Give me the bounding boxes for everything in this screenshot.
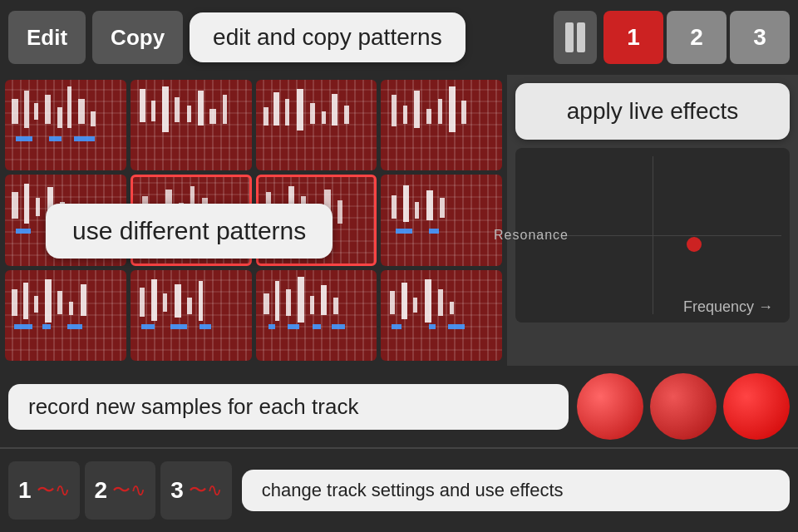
track-wave-1: 〜∿ (37, 478, 70, 503)
top-bar: Edit Copy edit and copy patterns 1 2 3 (0, 0, 798, 75)
track-item-2[interactable]: 2 〜∿ (85, 461, 156, 520)
svg-rect-80 (200, 324, 211, 329)
track-item-3[interactable]: 3 〜∿ (160, 461, 232, 520)
cell-content-1 (7, 82, 124, 168)
svg-rect-85 (310, 296, 314, 314)
pattern-cell-12[interactable] (381, 270, 502, 361)
edit-button[interactable]: Edit (8, 11, 86, 64)
svg-rect-98 (392, 324, 401, 329)
track-button-1[interactable]: 1 (603, 11, 663, 64)
svg-rect-17 (209, 109, 216, 124)
pattern-cell-4[interactable] (381, 80, 502, 170)
pattern-grid: use different patterns (0, 75, 507, 366)
bottom-area: record new samples for each track 1 〜∿ 2… (0, 366, 798, 532)
pattern-cell-9[interactable] (5, 270, 126, 361)
track-wave-3: 〜∿ (189, 478, 222, 503)
svg-rect-83 (286, 289, 291, 316)
pattern-cell-8[interactable] (381, 175, 502, 265)
pause-button[interactable] (554, 11, 597, 64)
svg-rect-9 (49, 136, 62, 141)
svg-rect-59 (440, 198, 445, 218)
svg-rect-71 (67, 324, 82, 329)
svg-rect-76 (187, 298, 192, 314)
record-button-2[interactable] (650, 373, 717, 440)
svg-rect-13 (162, 86, 169, 132)
svg-rect-93 (401, 283, 407, 319)
svg-rect-33 (461, 101, 466, 124)
svg-rect-6 (78, 99, 85, 124)
x-axis-label: Frequency → (683, 298, 773, 316)
xy-pad[interactable]: Resonance Frequency → (515, 148, 790, 323)
cell-content-3 (259, 82, 375, 168)
svg-rect-100 (448, 324, 465, 329)
svg-rect-65 (45, 279, 52, 323)
svg-rect-86 (321, 285, 327, 315)
track-item-1[interactable]: 1 〜∿ (8, 461, 80, 520)
svg-rect-88 (268, 324, 275, 329)
pattern-cell-1[interactable] (5, 80, 126, 170)
svg-rect-89 (288, 324, 299, 329)
pattern-cell-3[interactable] (256, 80, 377, 170)
svg-rect-3 (45, 95, 51, 124)
pause-bar-2 (577, 22, 585, 52)
cell-content-11 (259, 273, 375, 358)
svg-rect-68 (81, 284, 86, 316)
track-button-2[interactable]: 2 (667, 11, 727, 64)
svg-rect-0 (12, 99, 18, 124)
pause-bar-1 (565, 22, 574, 52)
cell-content-4 (383, 82, 500, 168)
svg-rect-27 (392, 95, 397, 126)
svg-rect-73 (151, 279, 157, 321)
svg-rect-12 (151, 101, 155, 121)
svg-rect-24 (322, 111, 326, 124)
svg-rect-56 (403, 185, 409, 222)
track-wave-2: 〜∿ (112, 478, 145, 503)
svg-rect-82 (275, 281, 279, 321)
copy-button[interactable]: Copy (92, 11, 183, 64)
svg-rect-75 (175, 284, 181, 318)
svg-rect-69 (14, 324, 32, 329)
app-container: Edit Copy edit and copy patterns 1 2 3 (0, 0, 798, 532)
svg-rect-70 (42, 324, 51, 329)
track-number-2: 2 (95, 477, 108, 504)
svg-rect-23 (310, 103, 315, 124)
y-axis-label: Resonance (494, 228, 569, 243)
svg-rect-79 (170, 324, 187, 329)
svg-rect-31 (438, 99, 442, 124)
svg-rect-26 (344, 106, 349, 124)
svg-rect-72 (140, 288, 145, 317)
pattern-cell-2[interactable] (131, 80, 252, 170)
svg-rect-2 (34, 103, 38, 120)
svg-rect-39 (16, 229, 31, 234)
track-selector: 1 2 3 (603, 11, 790, 64)
record-buttons (577, 373, 790, 440)
svg-rect-81 (264, 293, 269, 314)
svg-rect-54 (337, 200, 342, 224)
track-button-3[interactable]: 3 (730, 11, 790, 64)
svg-rect-11 (140, 89, 145, 122)
svg-rect-95 (425, 279, 431, 323)
svg-rect-10 (74, 136, 95, 141)
svg-rect-91 (332, 324, 345, 329)
svg-rect-62 (12, 289, 17, 316)
track-row: 1 〜∿ 2 〜∿ 3 〜∿ change track settings and… (0, 449, 798, 532)
svg-rect-99 (429, 324, 436, 329)
record-row: record new samples for each track (0, 366, 798, 449)
track-tooltip: change track settings and use effects (242, 470, 790, 511)
cell-content-10 (133, 273, 249, 358)
record-button-3[interactable] (723, 373, 790, 440)
svg-rect-94 (413, 298, 417, 313)
svg-rect-29 (414, 91, 420, 128)
record-button-1[interactable] (577, 373, 643, 440)
cell-content-2 (133, 82, 249, 168)
svg-rect-25 (332, 94, 337, 126)
svg-rect-92 (390, 291, 395, 314)
pattern-cell-10[interactable] (131, 270, 252, 361)
svg-rect-8 (16, 136, 32, 141)
pattern-tooltip: use different patterns (46, 204, 332, 259)
svg-rect-74 (163, 293, 167, 312)
svg-rect-60 (396, 229, 412, 234)
svg-rect-97 (450, 302, 454, 314)
pattern-cell-11[interactable] (256, 270, 377, 361)
svg-rect-1 (24, 91, 29, 128)
